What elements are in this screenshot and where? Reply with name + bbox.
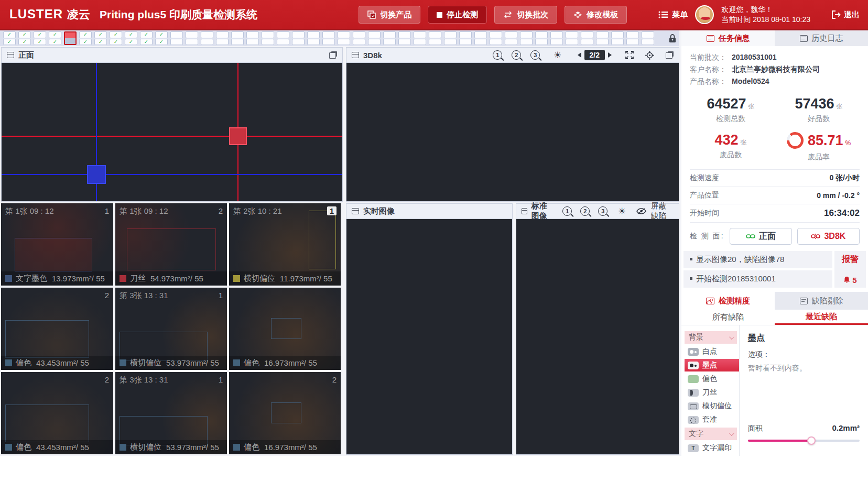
- filmstrip-cell-selected[interactable]: [64, 31, 77, 45]
- switch-product-button[interactable]: 切换产品: [359, 6, 420, 24]
- filmstrip-cell-empty[interactable]: [490, 31, 502, 45]
- filmstrip-cell-empty[interactable]: [611, 31, 624, 45]
- filmstrip-cell-empty[interactable]: [596, 31, 609, 45]
- filmstrip-cell-checked[interactable]: ✓✓: [140, 31, 153, 45]
- filmstrip-cell-empty[interactable]: [292, 31, 305, 45]
- defect-thumbnail[interactable]: 第 2张 10 : 211横切偏位11.973mm²/ 55: [229, 203, 341, 286]
- avatar[interactable]: [695, 5, 714, 24]
- zoom-2-button[interactable]: 2: [580, 206, 590, 216]
- filmstrip-cell-empty[interactable]: [216, 31, 229, 45]
- filmstrip-cell-empty[interactable]: [626, 31, 639, 45]
- defect-type-item[interactable]: 模切偏位: [685, 400, 737, 412]
- filmstrip-cell-empty[interactable]: [383, 31, 396, 45]
- filmstrip-cell-checked[interactable]: ✓✓: [125, 31, 137, 45]
- switch-batch-button[interactable]: 切换批次: [494, 6, 557, 24]
- live-image-canvas[interactable]: [346, 219, 512, 454]
- filmstrip-cell-checked[interactable]: ✓✓: [79, 31, 92, 45]
- filmstrip-cell-checked[interactable]: ✓✓: [94, 31, 107, 45]
- filmstrip-cell-empty[interactable]: [262, 31, 274, 45]
- locate-target-icon[interactable]: [645, 51, 654, 60]
- layers-icon[interactable]: [666, 51, 674, 59]
- zoom-2-button[interactable]: 2: [512, 50, 521, 60]
- filmstrip-cell-empty[interactable]: [414, 31, 426, 45]
- defect-thumbnail[interactable]: 2偏色43.453mm²/ 55: [1, 372, 113, 454]
- filmstrip-cell-empty[interactable]: [444, 31, 457, 45]
- filmstrip-cell-empty[interactable]: [307, 31, 320, 45]
- red-marker-square[interactable]: [229, 127, 247, 145]
- menu-button[interactable]: 菜单: [658, 10, 688, 20]
- defect-thumbnail[interactable]: 2偏色16.973mm²/ 55: [229, 372, 341, 454]
- defect-thumbnail[interactable]: 第 1张 09 : 122刀丝54.973mm²/ 55: [115, 203, 227, 286]
- face-front-button[interactable]: 正面: [730, 228, 792, 245]
- defect-type-item[interactable]: 刀丝: [685, 386, 737, 399]
- filmstrip-cell-checked[interactable]: ✓✓: [3, 31, 16, 45]
- face-3d8k-button[interactable]: 3D8K: [797, 228, 860, 245]
- defect-type-item[interactable]: 套准: [685, 413, 737, 426]
- defect-type-item[interactable]: 文字漏印: [685, 442, 737, 454]
- defect-group-header[interactable]: 文字: [685, 428, 737, 440]
- tab-history-log[interactable]: 历史日志: [775, 30, 868, 46]
- bell-notification[interactable]: 5: [843, 276, 856, 285]
- filmstrip-cell-empty[interactable]: [550, 31, 563, 45]
- zoom-1-button[interactable]: 1: [562, 206, 572, 216]
- defect-type-item[interactable]: 白点: [685, 345, 737, 358]
- tab-detection-precision[interactable]: 检测精度: [681, 292, 775, 310]
- front-panel-canvas[interactable]: [2, 63, 342, 201]
- filmstrip-cell-empty[interactable]: [277, 31, 289, 45]
- filmstrip-cell-checked[interactable]: ✓✓: [110, 31, 122, 45]
- defect-thumbnail[interactable]: 第 3张 13 : 311横切偏位53.973mm²/ 55: [115, 372, 227, 454]
- filmstrip-cell-checked[interactable]: ✓✓: [18, 31, 31, 45]
- pager-prev-button[interactable]: [578, 52, 581, 58]
- filmstrip-cell-empty[interactable]: [429, 31, 441, 45]
- brightness-icon[interactable]: ☀: [554, 51, 561, 60]
- filmstrip-cell-checked[interactable]: ✓✓: [155, 31, 168, 45]
- filmstrip-cell-empty[interactable]: [246, 31, 259, 45]
- pager-next-button[interactable]: [608, 52, 612, 58]
- threed-panel-canvas[interactable]: [346, 63, 679, 201]
- filmstrip-cell-empty[interactable]: [535, 31, 548, 45]
- defect-type-item[interactable]: 墨点: [685, 359, 739, 371]
- defect-thumbnail[interactable]: 偏色16.973mm²/ 55: [229, 288, 341, 370]
- filmstrip-cell-empty[interactable]: [459, 31, 472, 45]
- tab-all-defects[interactable]: 所有缺陷: [681, 310, 775, 325]
- hide-defects-label[interactable]: 屏蔽缺陷: [650, 201, 674, 221]
- zoom-3-button[interactable]: 3: [530, 50, 540, 60]
- filmstrip-cell-empty[interactable]: [642, 31, 654, 45]
- standard-image-canvas[interactable]: [516, 219, 679, 454]
- lock-icon[interactable]: [669, 34, 676, 43]
- filmstrip-cell-empty[interactable]: [170, 31, 183, 45]
- filmstrip-cell-empty[interactable]: [201, 31, 213, 45]
- filmstrip-cell-empty[interactable]: [566, 31, 578, 45]
- logout-button[interactable]: 退出: [831, 10, 860, 20]
- filmstrip-cell-empty[interactable]: [474, 31, 487, 45]
- defect-thumbnail[interactable]: 2偏色43.453mm²/ 55: [1, 288, 113, 370]
- filmstrip-cell-empty[interactable]: [581, 31, 593, 45]
- defect-type-item[interactable]: 偏色: [685, 373, 737, 385]
- filmstrip-cell-empty[interactable]: [322, 31, 335, 45]
- filmstrip-cell-empty[interactable]: [353, 31, 365, 45]
- filmstrip-cell-empty[interactable]: [338, 31, 350, 45]
- defect-thumbnail[interactable]: 第 3张 13 : 311横切偏位53.973mm²/ 55: [115, 288, 227, 370]
- layers-icon[interactable]: [329, 51, 337, 59]
- hide-defects-eye-icon[interactable]: [636, 207, 646, 215]
- defect-group-header[interactable]: 背景: [685, 331, 737, 344]
- zoom-3-button[interactable]: 3: [598, 206, 607, 216]
- zoom-1-button[interactable]: 1: [493, 50, 502, 60]
- filmstrip-cell-empty[interactable]: [398, 31, 411, 45]
- filmstrip-cell-empty[interactable]: [368, 31, 381, 45]
- blue-marker-square[interactable]: [87, 165, 106, 184]
- filmstrip-cell-checked[interactable]: ✓✓: [49, 31, 61, 45]
- filmstrip-cell-empty[interactable]: [505, 31, 517, 45]
- defect-thumbnail[interactable]: 第 1张 09 : 121文字墨色13.973mm²/ 55: [1, 203, 113, 286]
- area-slider[interactable]: [748, 440, 860, 442]
- brightness-icon[interactable]: ☀: [618, 207, 626, 216]
- tab-defect-removal[interactable]: 缺陷剔除: [775, 292, 868, 310]
- filmstrip-cell-empty[interactable]: [520, 31, 533, 45]
- filmstrip-cell-empty[interactable]: [231, 31, 244, 45]
- area-slider-handle[interactable]: [807, 436, 816, 445]
- tab-recent-defects[interactable]: 最近缺陷: [775, 310, 868, 325]
- stop-inspection-button[interactable]: 停止检测: [428, 6, 487, 24]
- tab-task-info[interactable]: 任务信息: [681, 30, 775, 46]
- filmstrip-cell-checked[interactable]: ✓✓: [34, 31, 46, 45]
- filmstrip-cell-empty[interactable]: [186, 31, 198, 45]
